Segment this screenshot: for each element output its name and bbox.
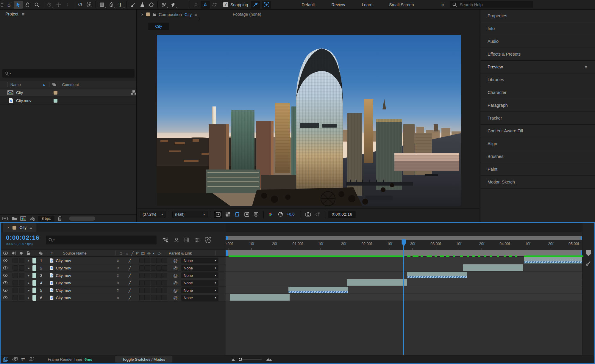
channel-show-button[interactable] xyxy=(267,211,275,218)
exposure-reset-icon[interactable] xyxy=(277,211,284,218)
expand-layers-icon[interactable] xyxy=(3,357,9,362)
parent-pickwhip-icon[interactable]: @ xyxy=(173,258,178,263)
quality-switch[interactable]: ╱ xyxy=(129,295,131,300)
sidebar-panel-paint[interactable]: Paint xyxy=(480,163,595,176)
viewer-timecode-field[interactable]: 0:00:02:16 xyxy=(328,211,356,218)
snapping-checkbox[interactable]: ✓ xyxy=(223,2,228,7)
layer-lane-2[interactable] xyxy=(226,264,583,272)
frame-blend-switch[interactable] xyxy=(145,280,150,285)
expand-chevron[interactable]: ▸ xyxy=(28,266,30,270)
layer-lane-5[interactable] xyxy=(226,286,583,294)
sidebar-panel-tracker[interactable]: Tracker xyxy=(480,112,595,125)
transparency-grid-button[interactable] xyxy=(224,211,232,218)
sidebar-panel-libraries[interactable]: Libraries xyxy=(480,73,595,86)
solo-lock-switch[interactable] xyxy=(19,265,24,271)
motion-blur-switch[interactable] xyxy=(151,295,156,300)
solo-lock-switch[interactable] xyxy=(19,295,24,300)
frame-blend-enable-icon[interactable] xyxy=(12,357,18,362)
adjustment-switch[interactable] xyxy=(156,280,162,285)
pen-tool[interactable] xyxy=(107,1,116,9)
sidebar-panel-paragraph[interactable]: Paragraph xyxy=(480,99,595,112)
hand-tool[interactable] xyxy=(23,1,32,9)
tab-composition-city[interactable]: × Composition City ≡ xyxy=(138,12,200,17)
quality-switch[interactable]: ╱ xyxy=(129,266,131,270)
render-engine-icon[interactable] xyxy=(29,216,35,221)
parent-pickwhip-icon[interactable]: @ xyxy=(173,280,178,285)
toolbar-drag-handle[interactable] xyxy=(1,1,3,8)
local-axis-mode[interactable] xyxy=(191,1,201,9)
zoom-tool[interactable] xyxy=(32,1,41,9)
adjustment-switch[interactable] xyxy=(156,295,162,300)
resolution-dropdown[interactable]: (Half)▾ xyxy=(172,211,207,218)
shy-switch[interactable]: ☺ xyxy=(116,259,120,262)
selection-tool[interactable] xyxy=(14,1,23,9)
panel-menu-icon[interactable]: ≡ xyxy=(585,65,587,70)
layer-label-swatch[interactable] xyxy=(32,295,36,301)
current-timecode[interactable]: 0:00:02:16 xyxy=(6,234,40,241)
composition-mini-flowchart-pill[interactable]: City xyxy=(148,23,169,30)
audio-switch[interactable] xyxy=(13,288,18,293)
quality-switch[interactable]: ╱ xyxy=(129,258,131,263)
shy-switch[interactable]: ☺ xyxy=(116,266,120,270)
parent-pickwhip-icon[interactable]: @ xyxy=(173,266,178,271)
new-composition-icon[interactable] xyxy=(20,216,26,221)
audio-switch[interactable] xyxy=(13,258,18,263)
timeline-tab-city[interactable]: × City ≡ xyxy=(3,223,36,232)
layer-duration-bar-4[interactable] xyxy=(347,279,407,286)
clone-stamp-tool[interactable] xyxy=(138,1,147,9)
cube-3d-switch[interactable] xyxy=(162,280,167,285)
project-tab-label[interactable]: Project xyxy=(5,12,18,16)
adjustment-switch[interactable] xyxy=(156,265,162,271)
home-button[interactable]: ⌂ xyxy=(4,1,14,9)
rotation-tool[interactable]: ↺ xyxy=(76,1,85,9)
layer-lane-3[interactable] xyxy=(226,272,583,279)
pan-camera-tool[interactable] xyxy=(54,1,63,9)
layer-lane-4[interactable] xyxy=(226,279,583,286)
solo-lock-switch[interactable] xyxy=(19,280,24,285)
fx-switch[interactable] xyxy=(139,273,145,278)
layer-duration-bar-6[interactable] xyxy=(230,294,290,301)
snap-bounding-box-button[interactable] xyxy=(262,1,271,9)
solo-lock-switch[interactable] xyxy=(19,273,24,278)
view-axis-mode[interactable] xyxy=(210,1,219,9)
sidebar-panel-brushes[interactable]: Brushes xyxy=(480,150,595,163)
project-horizontal-scrollbar[interactable] xyxy=(69,216,95,221)
fx-switch[interactable] xyxy=(139,288,145,293)
expand-chevron[interactable]: ▸ xyxy=(28,259,30,263)
expand-chevron[interactable]: ▸ xyxy=(28,296,30,300)
orbit-camera-tool[interactable] xyxy=(45,1,54,9)
toggle-switches-modes-button[interactable]: Toggle Switches / Modes xyxy=(115,356,172,363)
fx-switch[interactable] xyxy=(139,295,145,300)
snapshot-button[interactable] xyxy=(304,211,312,218)
camera-view-button[interactable] xyxy=(252,211,260,218)
composition-mini-flowchart-icon[interactable] xyxy=(163,237,169,243)
cube-3d-switch-icon[interactable]: ◇ xyxy=(158,251,161,255)
quality-switch[interactable]: ╱ xyxy=(129,288,131,293)
eye-icon[interactable] xyxy=(3,289,8,292)
sidebar-panel-properties[interactable]: Properties xyxy=(480,10,595,22)
comp-button-icon[interactable] xyxy=(585,261,591,266)
interpret-footage-icon[interactable] xyxy=(2,216,9,221)
layer-duration-bar-3[interactable] xyxy=(407,272,467,278)
project-item-city-mov[interactable]: City.mov xyxy=(0,97,136,105)
expand-chevron[interactable]: ▸ xyxy=(28,281,30,285)
magnification-dropdown[interactable]: (37,2%)▾ xyxy=(140,211,165,218)
layer-lane-6[interactable] xyxy=(226,294,583,301)
parent-pickwhip-icon[interactable]: @ xyxy=(173,295,178,300)
tab-footage[interactable]: Footage (none) xyxy=(233,12,261,17)
motion-blur-switch[interactable] xyxy=(151,273,156,278)
quality-switch[interactable]: ╱ xyxy=(129,280,131,285)
comp-marker-bin-icon[interactable] xyxy=(586,250,591,256)
project-search-field[interactable]: ▾ xyxy=(2,69,135,78)
eye-icon[interactable] xyxy=(3,281,8,284)
shy-switch[interactable]: ☺ xyxy=(116,288,120,292)
layer-duration-bar-1[interactable] xyxy=(524,257,583,263)
sidebar-panel-info[interactable]: Info xyxy=(480,22,595,35)
quality-switch-icon[interactable]: ╱ xyxy=(131,251,134,255)
motion-blur-switch[interactable] xyxy=(151,258,156,263)
shy-switch[interactable]: ☺ xyxy=(116,296,120,299)
shy-switch[interactable]: ☺ xyxy=(116,274,120,277)
show-snapshot-button[interactable] xyxy=(314,211,321,218)
search-help-input[interactable] xyxy=(460,2,519,7)
project-item-city[interactable]: City xyxy=(0,89,136,97)
